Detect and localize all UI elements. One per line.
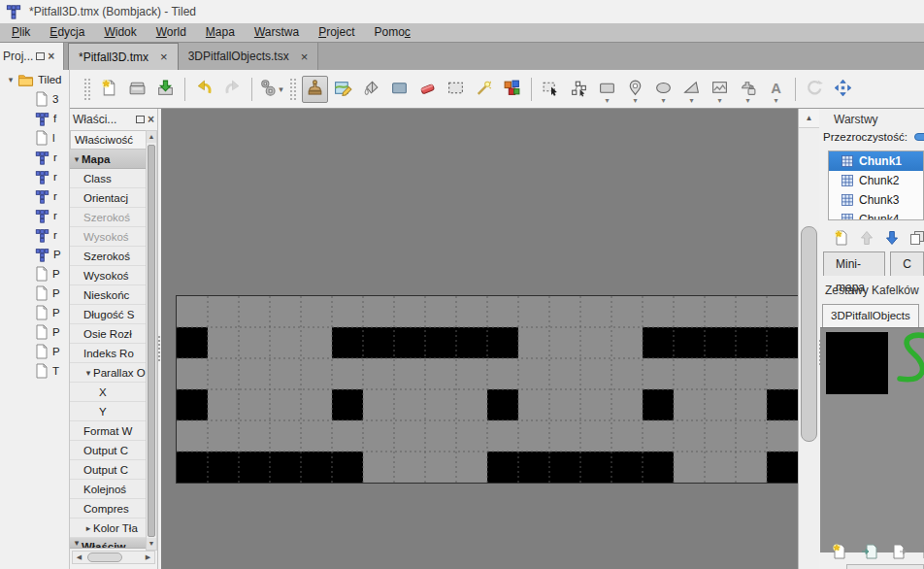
tree-item-folder[interactable]: ▾Tiled (0, 70, 69, 89)
menu-plik[interactable]: Plik (2, 23, 40, 42)
tab-close-icon[interactable]: × (301, 50, 309, 64)
float-panel-icon[interactable] (136, 116, 145, 123)
tree-item[interactable]: r (0, 186, 69, 206)
raise-layer-button[interactable] (855, 226, 877, 249)
tree-item[interactable]: r (0, 206, 69, 225)
rect-select-button[interactable] (443, 76, 469, 103)
menu-mapa[interactable]: Mapa (196, 23, 245, 42)
layer-row-chunk4[interactable]: Chunk4 (829, 210, 923, 220)
tree-item[interactable]: P (0, 322, 69, 342)
tileset-drawing-s[interactable] (892, 330, 924, 398)
menu-pomoc[interactable]: Pomoc (364, 23, 419, 42)
tab-mini-mapa[interactable]: Mini-mapa (823, 251, 885, 276)
save-button[interactable] (152, 76, 179, 103)
expand-caret-icon[interactable]: ▸ (83, 523, 93, 533)
dropdown-caret-icon[interactable]: ▾ (745, 97, 749, 105)
tree-item[interactable]: P (0, 342, 69, 361)
toolbar-drag-handle[interactable] (290, 79, 296, 100)
dropdown-caret-icon[interactable]: ▾ (279, 84, 283, 94)
tree-item[interactable]: P (0, 264, 69, 284)
new-tileset-button[interactable] (828, 540, 850, 562)
properties-vertical-scrollbar[interactable]: ▲ ▼ (146, 130, 157, 551)
scroll-left-icon[interactable]: ◀ (73, 553, 85, 561)
tile-map[interactable] (176, 295, 798, 484)
property-row-class[interactable]: Class (70, 169, 147, 188)
tab-clipped[interactable]: C (890, 251, 924, 276)
tree-item[interactable]: P (0, 284, 69, 303)
scrollbar-thumb[interactable] (87, 552, 122, 562)
scroll-up-icon[interactable]: ▲ (147, 131, 156, 143)
lower-layer-button[interactable] (880, 226, 903, 249)
property-row-osie-roz-[interactable]: Osie Rozł (70, 324, 147, 344)
property-row-niesko-c[interactable]: Nieskońc (70, 285, 147, 305)
layer-row-chunk1[interactable]: Chunk1 (829, 151, 923, 171)
insert-ellipse-button[interactable]: ▾ (650, 76, 676, 103)
property-row-indeks-ro[interactable]: Indeks Ro (70, 344, 147, 363)
property-row-y[interactable]: Y (70, 402, 147, 421)
select-objects-button[interactable] (538, 76, 564, 103)
property-row-kolor-t-a[interactable]: ▸Kolor Tła (70, 519, 147, 538)
menu-warstwa[interactable]: Warstwa (245, 23, 309, 42)
property-row-format-w[interactable]: Format W (70, 421, 147, 441)
tree-item[interactable]: l (0, 128, 69, 148)
scroll-up-icon[interactable]: ▲ (799, 109, 819, 128)
opacity-slider[interactable] (914, 133, 924, 141)
scrollbar-thumb[interactable] (148, 145, 155, 537)
stamp-brush-button[interactable] (302, 76, 328, 103)
expand-caret-icon[interactable]: ▾ (72, 154, 82, 164)
terrain-brush-button[interactable] (330, 76, 356, 103)
automap-button[interactable]: ▾ (258, 76, 284, 103)
property-row-d-ugo-s[interactable]: Długość S (70, 305, 147, 324)
property-row-output-c[interactable]: Output C (70, 460, 147, 480)
new-map-button[interactable] (96, 76, 122, 103)
dropdown-caret-icon[interactable]: ▾ (689, 97, 693, 105)
property-row-wysoko-[interactable]: Wysokoś (70, 227, 147, 247)
close-panel-icon[interactable]: × (48, 51, 54, 61)
insert-text-button[interactable]: A▾ (763, 76, 789, 103)
duplicate-layer-button[interactable] (906, 226, 924, 249)
menu-edycja[interactable]: Edycja (40, 23, 94, 42)
scroll-right-icon[interactable]: ▶ (142, 553, 154, 561)
expand-caret-icon[interactable]: ▾ (83, 368, 93, 378)
doc-tab-3dpitfallobjects-tsx[interactable]: 3DPitfallObjects.tsx× (179, 43, 319, 70)
scroll-down-icon[interactable]: ▼ (147, 538, 156, 550)
bucket-fill-button[interactable] (358, 76, 384, 103)
insert-polygon-button[interactable]: ▾ (678, 76, 705, 103)
property-row-kolejno-[interactable]: Kolejnoś (70, 480, 147, 499)
tree-item[interactable]: T (0, 361, 69, 381)
expand-caret-icon[interactable]: ▾ (4, 75, 17, 84)
shape-fill-button[interactable] (386, 76, 412, 103)
property-row-szeroko-[interactable]: Szerokoś (70, 247, 147, 266)
property-row-parallax-o[interactable]: ▾Parallax O (70, 363, 147, 383)
property-row-output-c[interactable]: Output C (70, 441, 147, 460)
dropdown-caret-icon[interactable]: ▾ (605, 97, 609, 105)
new-layer-button[interactable] (830, 226, 852, 249)
insert-point-button[interactable]: ▾ (622, 76, 648, 103)
layer-row-chunk2[interactable]: Chunk2 (829, 171, 923, 190)
magic-wand-button[interactable] (471, 76, 497, 103)
export-tileset-button[interactable] (888, 540, 910, 562)
tileset-tile-black[interactable] (826, 332, 888, 394)
open-file-button[interactable] (124, 76, 150, 103)
property-row-wysoko-[interactable]: Wysokoś (70, 266, 147, 285)
same-tile-select-button[interactable] (499, 76, 525, 103)
close-panel-icon[interactable]: × (148, 115, 154, 124)
property-row-partial[interactable]: ▾Właściw (70, 538, 147, 549)
toolbar-drag-handle[interactable] (84, 79, 90, 100)
map-canvas[interactable] (161, 109, 798, 569)
insert-rectangle-button[interactable]: ▾ (594, 76, 620, 103)
property-row-compres[interactable]: Compres (70, 499, 147, 519)
tree-item[interactable]: P (0, 245, 69, 264)
tileset-tab-3dpitfallobjects[interactable]: 3DPitfallObjects (822, 304, 919, 327)
dropdown-caret-icon[interactable]: ▾ (717, 97, 721, 105)
scrollbar-thumb[interactable] (801, 226, 817, 442)
tab-close-icon[interactable]: × (160, 50, 168, 64)
import-tileset-button[interactable] (858, 540, 880, 562)
doc-tab--pitfall3d-tmx[interactable]: *Pitfall3D.tmx× (68, 43, 179, 70)
pan-button[interactable] (830, 76, 856, 103)
tree-item[interactable]: 3 (0, 89, 69, 109)
tree-item[interactable]: f (0, 109, 69, 128)
canvas-vertical-scrollbar[interactable]: ▲ (798, 109, 819, 569)
menu-project[interactable]: Project (309, 23, 364, 42)
property-row-x[interactable]: X (70, 383, 147, 402)
